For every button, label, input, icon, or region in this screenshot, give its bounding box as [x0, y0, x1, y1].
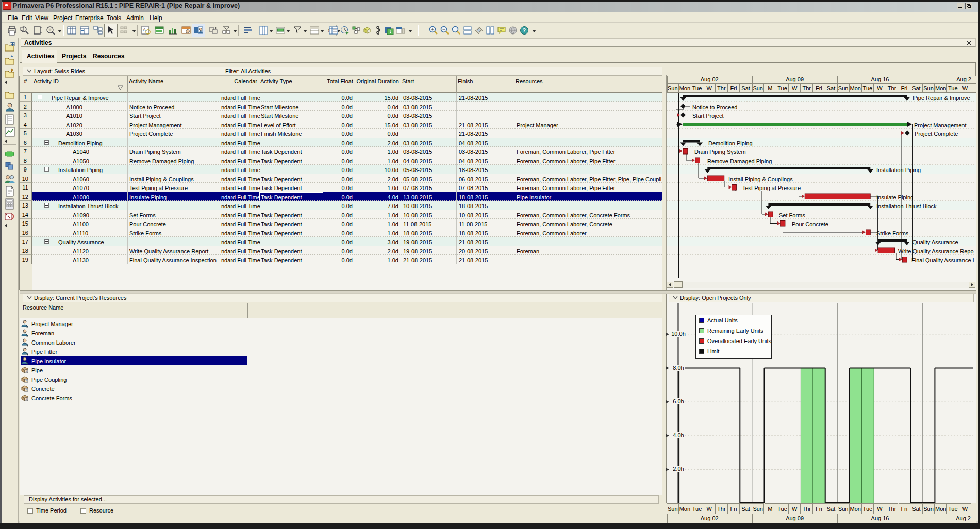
- svg-text:A: A: [143, 27, 146, 32]
- svg-text:?: ?: [523, 27, 526, 33]
